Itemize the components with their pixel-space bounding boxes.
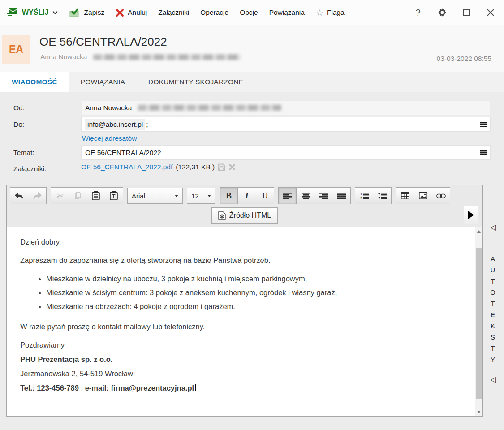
editor-toolbar: ✂ (7, 185, 482, 227)
close-button[interactable] (485, 7, 496, 18)
save-mail-check-icon (69, 8, 81, 17)
star-icon: ☆ (316, 8, 323, 18)
remove-attachment-icon[interactable] (228, 163, 236, 171)
settings-gear-button[interactable] (437, 7, 448, 18)
address-book-icon[interactable] (480, 122, 487, 127)
menu-relations-label: Powiązania (269, 9, 305, 17)
maximize-button[interactable] (461, 7, 472, 18)
subject-menu-icon[interactable] (480, 150, 487, 155)
panel-collapse-top-icon[interactable]: ◁ (490, 223, 496, 232)
bullet-list-button[interactable] (373, 188, 391, 204)
insert-table-button[interactable] (396, 188, 414, 204)
bullet-list-icon (378, 192, 387, 199)
underline-button[interactable]: U (256, 188, 274, 204)
body-signoff: Pozdrawiamy (20, 341, 462, 349)
page-title: OE 56/CENTRALA/2022 (39, 35, 167, 49)
insert-link-button[interactable] (432, 188, 450, 204)
paste-button[interactable] (87, 188, 105, 204)
caret-down-icon (175, 195, 178, 197)
from-field[interactable]: Anna Nowacka (81, 100, 491, 115)
menu-operations[interactable]: Operacje (200, 9, 228, 17)
align-right-button[interactable] (314, 188, 332, 204)
flag-button[interactable]: ☆ Flaga (316, 8, 345, 18)
cancel-button-label: Anuluj (128, 9, 147, 17)
align-left-button[interactable] (279, 188, 297, 204)
gear-icon (438, 8, 447, 17)
signature-phone: Tel.: 123-456-789 (20, 384, 79, 392)
attachment-size: (122,31 KB ) (176, 163, 215, 171)
menu-options[interactable]: Opcje (240, 9, 258, 17)
undo-button[interactable] (10, 188, 28, 204)
numbered-list-icon: 12 (360, 192, 369, 199)
attachment-link[interactable]: OE 56_CENTRALA_2022.pdf (81, 163, 172, 171)
titlebar: WYŚLIJ Zapisz Anuluj Załączniki (0, 0, 504, 25)
numbered-list-button[interactable]: 12 (355, 188, 373, 204)
signature-contact: Tel.: 123-456-789 , e-mail: firma@prezen… (20, 384, 462, 392)
triangle-down-icon (477, 411, 481, 413)
tab-dokumenty-skojarzone[interactable]: DOKUMENTY SKOJARZONE (137, 72, 255, 92)
autotexts-tab[interactable]: AUTOTEKSTY (489, 255, 496, 367)
sender-name: Anna Nowacka (40, 53, 87, 61)
bold-button[interactable]: B (220, 188, 238, 204)
panel-collapse-bottom-icon[interactable]: ◁ (490, 375, 496, 384)
recipient-chip[interactable]: info@abc.insert.pl (85, 119, 145, 130)
editor-scrollbar[interactable] (475, 227, 482, 416)
signature-separator: , (79, 384, 85, 392)
paste-as-text-button[interactable] (105, 188, 123, 204)
cancel-x-icon (116, 9, 124, 17)
tab-bar: WIADOMOŚĆ POWIĄZANIA DOKUMENTY SKOJARZON… (0, 72, 504, 92)
menu-relations[interactable]: Powiązania (269, 9, 305, 17)
list-item: Mieszkanie w dzielnicy na uboczu, 3 poko… (46, 275, 462, 283)
undo-icon (15, 192, 24, 199)
font-size-value: 12 (191, 192, 199, 200)
send-button[interactable]: WYŚLIJ (6, 7, 58, 18)
rich-text-editor: ✂ (6, 185, 483, 417)
redo-button[interactable] (28, 188, 46, 204)
help-button[interactable]: ? (413, 7, 423, 18)
html-source-button[interactable]: Źródło HTML (211, 207, 278, 224)
tab-wiadomosc[interactable]: WIADOMOŚĆ (0, 72, 69, 92)
cancel-button[interactable]: Anuluj (116, 9, 147, 17)
to-field[interactable]: info@abc.insert.pl ; (81, 117, 491, 132)
body-greeting: Dzień dobry, (20, 238, 462, 246)
autotexts-panel: ◁ AUTOTEKSTY ◁ (483, 185, 504, 417)
insert-image-button[interactable] (414, 188, 432, 204)
redacted-from-email (138, 105, 281, 111)
from-value: Anna Nowacka (85, 104, 132, 112)
subject-field[interactable]: OE 56/CENTRALA/2022 (81, 145, 491, 160)
message-datetime: 03-03-2022 08:55 (437, 55, 491, 63)
font-size-select[interactable]: 12 (187, 188, 215, 204)
scroll-up-button[interactable] (475, 227, 482, 236)
italic-button[interactable]: I (238, 188, 256, 204)
toolbar-collapse-button[interactable] (464, 206, 478, 224)
link-icon (436, 194, 446, 198)
copy-button[interactable] (69, 188, 87, 204)
save-button[interactable]: Zapisz (69, 8, 105, 17)
signature-address: Jerzmanowska 2, 54-519 Wrocław (20, 370, 462, 378)
svg-text:2: 2 (360, 196, 362, 199)
more-recipients-link[interactable]: Więcej adresatów (82, 134, 137, 142)
subject-label: Temat: (13, 149, 34, 157)
save-attachment-icon[interactable] (218, 163, 225, 171)
tab-powiazania[interactable]: POWIĄZANIA (69, 72, 137, 92)
align-justify-button[interactable] (332, 188, 350, 204)
message-header: EA OE 56/CENTRALA/2022 Anna Nowacka 03-0… (0, 25, 504, 72)
scrollbar-thumb[interactable] (476, 248, 482, 399)
font-family-select[interactable]: Arial (127, 188, 183, 204)
menu-attachments[interactable]: Załączniki (158, 9, 189, 17)
copy-icon (74, 192, 82, 200)
subject-value: OE 56/CENTRALA/2022 (85, 149, 161, 157)
from-label: Od: (13, 104, 25, 112)
caret-down-icon (207, 195, 211, 197)
align-center-button[interactable] (297, 188, 314, 204)
to-label: Do: (13, 120, 24, 129)
message-body[interactable]: Dzień dobry, Zapraszam do zapoznania się… (7, 227, 482, 416)
paste-text-icon (110, 191, 118, 200)
italic-icon: I (245, 191, 248, 201)
scissors-icon: ✂ (56, 191, 64, 201)
cut-button[interactable]: ✂ (51, 188, 69, 204)
menu-attachments-label: Załączniki (158, 9, 189, 17)
scroll-down-button[interactable] (475, 408, 482, 416)
redacted-sender-email (93, 54, 241, 60)
svg-text:1: 1 (360, 192, 362, 196)
